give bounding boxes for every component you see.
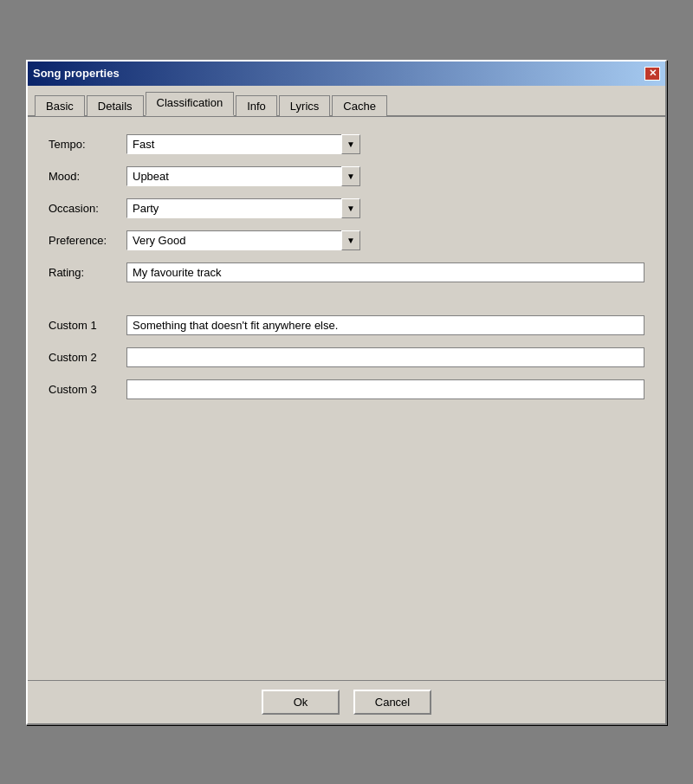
preference-label: Preference: — [49, 234, 126, 247]
window-title: Song properties — [33, 67, 120, 80]
custom3-input[interactable] — [126, 379, 644, 399]
close-button[interactable]: ✕ — [644, 67, 660, 81]
tab-cache[interactable]: Cache — [332, 95, 387, 116]
tempo-label: Tempo: — [49, 138, 126, 151]
tab-bar: Basic Details Classification Info Lyrics… — [28, 86, 665, 117]
tab-classification[interactable]: Classification — [146, 92, 235, 116]
custom2-input[interactable] — [126, 347, 644, 367]
ok-button[interactable]: Ok — [262, 690, 340, 715]
tab-info[interactable]: Info — [236, 95, 277, 116]
tab-lyrics[interactable]: Lyrics — [279, 95, 330, 116]
custom3-row: Custom 3 — [49, 379, 644, 399]
preference-select-wrapper: Very Good ▼ — [126, 230, 360, 250]
mood-select-wrapper: Upbeat ▼ — [126, 166, 360, 186]
tempo-select[interactable]: Fast — [126, 134, 360, 154]
tempo-select-wrapper: Fast ▼ — [126, 134, 360, 154]
rating-input[interactable] — [126, 262, 644, 282]
tab-content-classification: Tempo: Fast ▼ Mood: Upbeat ▼ Occasion: — [28, 117, 665, 680]
footer: Ok Cancel — [28, 680, 665, 723]
occasion-label: Occasion: — [49, 202, 126, 215]
mood-row: Mood: Upbeat ▼ — [49, 166, 644, 186]
cancel-button[interactable]: Cancel — [353, 690, 431, 715]
preference-row: Preference: Very Good ▼ — [49, 230, 644, 250]
title-bar: Song properties ✕ — [28, 62, 665, 86]
occasion-select[interactable]: Party — [126, 198, 360, 218]
custom1-input[interactable] — [126, 315, 644, 335]
mood-label: Mood: — [49, 170, 126, 183]
tempo-row: Tempo: Fast ▼ — [49, 134, 644, 154]
mood-select[interactable]: Upbeat — [126, 166, 360, 186]
custom2-row: Custom 2 — [49, 347, 644, 367]
custom2-label: Custom 2 — [49, 351, 126, 364]
occasion-select-wrapper: Party ▼ — [126, 198, 360, 218]
preference-select[interactable]: Very Good — [126, 230, 360, 250]
custom1-row: Custom 1 — [49, 315, 644, 335]
rating-label: Rating: — [49, 266, 126, 279]
tab-basic[interactable]: Basic — [35, 95, 85, 116]
occasion-row: Occasion: Party ▼ — [49, 198, 644, 218]
song-properties-window: Song properties ✕ Basic Details Classifi… — [26, 60, 667, 725]
custom3-label: Custom 3 — [49, 383, 126, 396]
rating-row: Rating: — [49, 262, 644, 282]
tab-details[interactable]: Details — [87, 95, 144, 116]
custom1-label: Custom 1 — [49, 319, 126, 332]
